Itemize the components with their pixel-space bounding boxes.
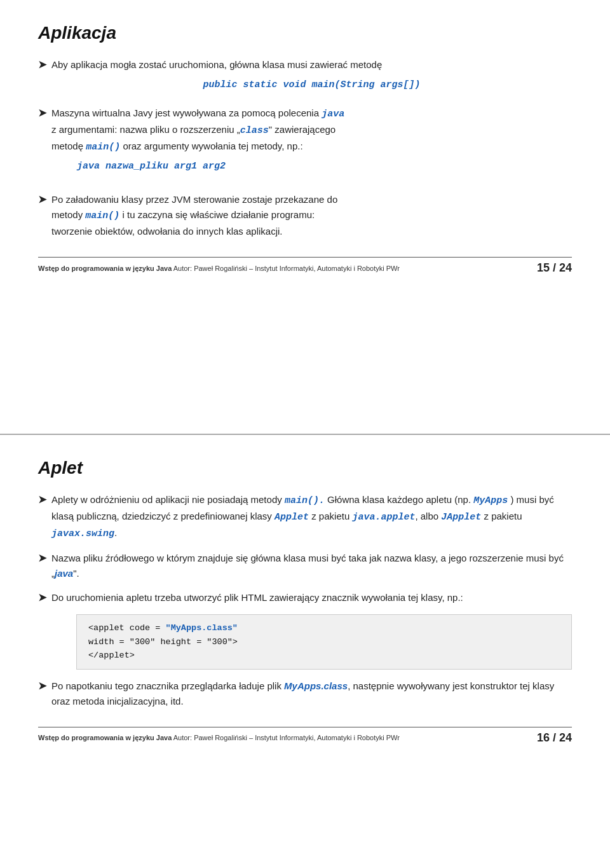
ab3-pre: Do uruchomienia apletu trzeba utworzyć p…: [51, 592, 463, 603]
bullet2-main: main(): [86, 142, 120, 153]
code-line1-val: "MyApps.class": [166, 623, 238, 633]
code-line3: </applet>: [88, 651, 135, 660]
bullet3-post: i tu zaczyna się właściwe działanie prog…: [119, 209, 315, 220]
footer2-bold: Wstęp do programowania w języku Java: [38, 734, 172, 741]
bullet2-class: class: [240, 125, 269, 136]
bullet3-method-label: metody: [51, 209, 85, 220]
bullet-text-1: Aby aplikacja mogła zostać uruchomiona, …: [51, 57, 572, 97]
bullet-item-2: ➤ Maszyna wirtualna Javy jest wywoływana…: [38, 106, 572, 183]
ab4-pre: Po napotkaniu tego znacznika przeglądark…: [51, 680, 284, 691]
footer2-rest: Autor: Paweł Rogaliński – Instytut Infor…: [172, 734, 400, 741]
page2-footer: Wstęp do programowania w języku Java Aut…: [38, 727, 572, 745]
aplet-bullet-text-2: Nazwa pliku źródłowego w którym znajduje…: [51, 551, 572, 581]
ab1-main: main().: [285, 495, 325, 506]
ab1-japplet: JApplet: [441, 512, 481, 523]
aplet-bullet-1: ➤ Aplety w odróżnieniu od aplikacji nie …: [38, 492, 572, 542]
bullet3-main: main(): [85, 210, 119, 221]
arrow-icon-a1: ➤: [38, 493, 46, 506]
ab1-myapps: MyApps: [473, 495, 508, 506]
code-height-label: height: [160, 637, 191, 647]
aplet-bullet-2: ➤ Nazwa pliku źródłowego w którym znajdu…: [38, 551, 572, 581]
bullet1-code: public static void main(String args[]): [203, 79, 420, 90]
page1-footer: Wstęp do programowania w języku Java Aut…: [38, 257, 572, 275]
code-block: <applet code = "MyApps.class" width = "3…: [76, 614, 572, 670]
bullet-text-2: Maszyna wirtualna Javy jest wywoływana z…: [51, 106, 572, 183]
ab2-pre: Nazwa pliku źródłowego w którym znajduje…: [51, 553, 564, 579]
code-line2: width = "300": [88, 637, 160, 647]
footer1-bold: Wstęp do programowania w języku Java: [38, 265, 172, 272]
ab1-post4: , albo: [415, 511, 441, 521]
ab1-javaapplet: java.applet: [352, 512, 415, 523]
ab1-pre: Aplety w odróżnieniu od aplikacji nie po…: [51, 494, 285, 505]
arrow-icon-2: ➤: [38, 107, 46, 119]
footer1-rest: Autor: Paweł Rogaliński – Instytut Infor…: [172, 265, 400, 272]
ab2-post: ".: [73, 568, 79, 579]
bullet-item-1: ➤ Aby aplikacja mogła zostać uruchomiona…: [38, 57, 572, 97]
bullet-text-3: Po załadowaniu klasy przez JVM sterowani…: [51, 192, 572, 239]
footer1-pagenum: 15 / 24: [537, 261, 572, 275]
arrow-icon-a2: ➤: [38, 552, 46, 564]
arrow-icon-3: ➤: [38, 193, 46, 205]
aplet-bullet-text-1: Aplety w odróżnieniu od aplikacji nie po…: [51, 492, 572, 542]
ab1-applet: Applet: [274, 512, 309, 523]
arrow-icon-a3: ➤: [38, 591, 46, 603]
aplet-bullet-4: ➤ Po napotkaniu tego znacznika przegląda…: [38, 679, 572, 709]
ab1-post5: z pakietu: [481, 511, 522, 521]
code-line2-rest: = "300">: [191, 637, 238, 647]
aplet-bullet-3: ➤ Do uruchomienia apletu trzeba utworzyć…: [38, 590, 572, 605]
page1-title: Aplikacja: [38, 23, 572, 43]
footer-left-1: Wstęp do programowania w języku Java Aut…: [38, 265, 400, 272]
bullet1-pre: Aby aplikacja mogła zostać uruchomiona, …: [51, 59, 382, 70]
aplet-bullet-text-4: Po napotkaniu tego znacznika przeglądark…: [51, 679, 572, 709]
arrow-icon-1: ➤: [38, 59, 46, 71]
bullet2-method: metodę: [51, 141, 86, 151]
page2-title: Aplet: [38, 458, 572, 478]
bullet2-mid1: z argumentami: nazwa pliku o rozszerzeni…: [51, 124, 240, 135]
footer-left-2: Wstęp do programowania w języku Java Aut…: [38, 734, 400, 741]
bullet2-mid2: " zawierającego: [269, 124, 336, 135]
ab1-dot: .: [114, 527, 117, 538]
bullet2-java: java: [322, 109, 344, 120]
ab4-class: MyApps.class: [284, 680, 348, 691]
ab1-post3: z pakietu: [309, 511, 352, 521]
java-command: java nazwa_pliku arg1 arg2: [77, 159, 572, 174]
footer2-pagenum: 16 / 24: [537, 731, 572, 745]
page-1: Aplikacja ➤ Aby aplikacja mogła zostać u…: [0, 0, 610, 434]
ab1-javax: javax.swing: [51, 528, 114, 539]
bullet2-end: oraz argumenty wywołania tej metody, np.…: [120, 141, 302, 151]
bullet3-pre: Po załadowaniu klasy przez JVM sterowani…: [51, 194, 337, 205]
arrow-icon-a4: ➤: [38, 680, 46, 692]
aplet-bullet-text-3: Do uruchomienia apletu trzeba utworzyć p…: [51, 590, 572, 605]
code-line1-pre: <applet code =: [88, 623, 166, 633]
ab2-java: java: [55, 568, 73, 579]
bullet2-pre: Maszyna wirtualna Javy jest wywoływana z…: [51, 107, 322, 118]
page-2: Aplet ➤ Aplety w odróżnieniu od aplikacj…: [0, 434, 610, 868]
ab1-post: Główna klasa każdego apletu (np.: [325, 494, 473, 505]
bullet-item-3: ➤ Po załadowaniu klasy przez JVM sterowa…: [38, 192, 572, 239]
bullet3-post2: tworzenie obiektów, odwołania do innych …: [51, 226, 283, 237]
